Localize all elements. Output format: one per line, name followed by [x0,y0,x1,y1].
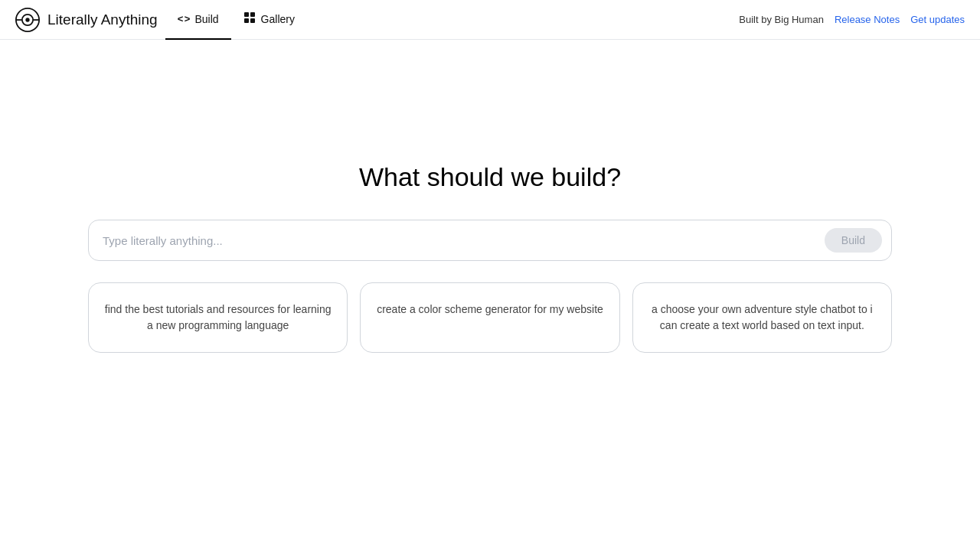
main-content: What should we build? Build find the bes… [0,40,980,353]
search-input[interactable] [103,234,825,247]
svg-rect-6 [250,12,255,17]
code-icon: < > [178,13,190,24]
nav-tabs: < > Build Gallery [165,0,307,40]
brand-logo[interactable]: Literally Anything [15,8,158,32]
release-notes-link[interactable]: Release Notes [835,14,900,25]
suggestion-card-2[interactable]: create a color scheme generator for my w… [360,282,619,353]
built-by-text: Built by Big Human [739,14,824,25]
brand-icon [15,8,40,32]
search-container: Build [88,220,892,261]
tab-gallery[interactable]: Gallery [231,0,307,40]
build-button[interactable]: Build [825,228,882,253]
hero-title: What should we build? [359,162,621,192]
svg-rect-7 [244,18,249,23]
cards-container: find the best tutorials and resources fo… [88,282,892,353]
svg-point-2 [25,18,29,21]
grid-icon [243,11,256,26]
tab-gallery-label: Gallery [261,13,295,25]
svg-rect-8 [250,18,255,23]
suggestion-card-3[interactable]: a choose your own adventure style chatbo… [632,282,892,353]
suggestion-card-1[interactable]: find the best tutorials and resources fo… [88,282,348,353]
navbar-right: Built by Big Human Release Notes Get upd… [739,14,965,25]
tab-build[interactable]: < > Build [165,0,231,40]
navbar: Literally Anything < > Build Gallery [0,0,980,40]
get-updates-link[interactable]: Get updates [910,14,965,25]
svg-rect-5 [244,12,249,17]
navbar-left: Literally Anything < > Build Gallery [15,0,307,40]
tab-build-label: Build [194,13,218,25]
brand-name: Literally Anything [47,11,158,28]
